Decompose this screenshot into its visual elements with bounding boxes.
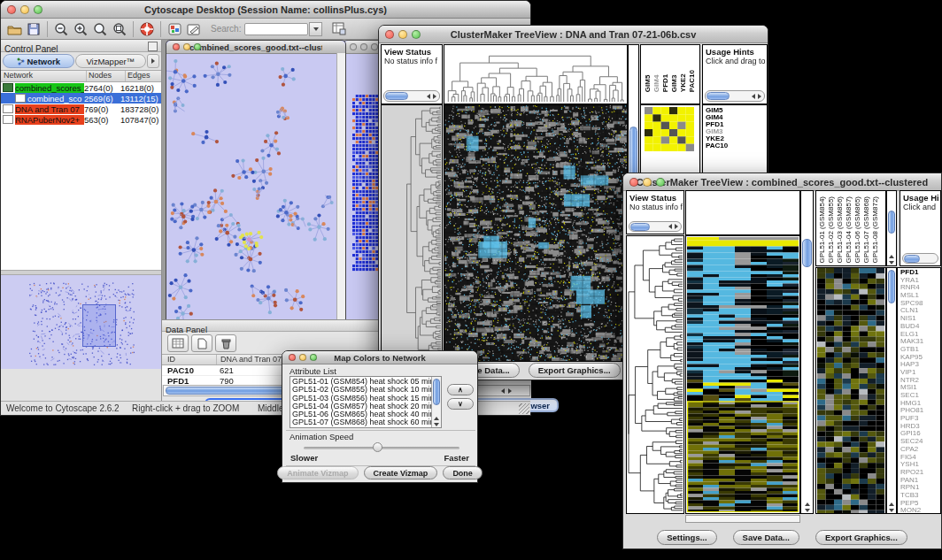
minimize-icon[interactable] [360, 43, 367, 50]
resize-grip[interactable] [519, 403, 529, 414]
annotation-icon[interactable] [184, 20, 204, 38]
treeview2-title: ClusterMaker TreeView : combined_scores_… [637, 177, 928, 188]
create-vizmap-button[interactable]: Create Vizmap [364, 466, 438, 479]
tv2-settings-button[interactable]: Settings... [657, 530, 716, 545]
network-canvas[interactable] [166, 54, 338, 326]
heatmap-column-label: GPL51-08 (GSM872) [872, 196, 879, 264]
zoom-in-icon[interactable] [71, 20, 90, 38]
tv2-row-dendrogram[interactable] [626, 235, 684, 514]
tv1-status-scrollbar[interactable] [383, 90, 440, 102]
minimize-icon[interactable] [398, 30, 407, 39]
faster-label: Faster [444, 453, 469, 463]
close-icon[interactable] [7, 5, 16, 14]
tv1-main-heatmap[interactable] [444, 104, 628, 362]
network-view-title: combined_scores_good.txt--cluste... [189, 42, 322, 52]
treeview1-titlebar[interactable]: ClusterMaker TreeView : DNA and Tran 07-… [379, 26, 768, 43]
attribute-browser-icon[interactable] [329, 20, 349, 38]
zoom-selected-icon[interactable] [110, 20, 129, 38]
node-count: 2764(0) [84, 83, 120, 93]
main-titlebar[interactable]: Cytoscape Desktop (Session Name: collins… [1, 1, 530, 19]
tv1-zoom-heatmap[interactable] [645, 107, 694, 151]
close-icon[interactable] [385, 30, 394, 39]
gene-label: SEC1 [900, 392, 940, 400]
close-icon[interactable] [350, 43, 357, 50]
move-up-button[interactable]: ∧ [447, 384, 474, 395]
minimize-icon[interactable] [183, 43, 190, 50]
heatmap-column-label: YKE2 [680, 70, 687, 92]
gene-label: ELG1 [900, 331, 940, 339]
zoom-window-icon[interactable] [310, 354, 317, 361]
scroll-left-icon[interactable] [501, 388, 505, 394]
tv2-column-dendrogram[interactable] [685, 190, 800, 235]
node-count: 769(0) [84, 104, 120, 114]
minimize-icon[interactable] [643, 178, 652, 187]
speed-slider[interactable] [304, 447, 459, 449]
new-attribute-icon[interactable] [191, 334, 212, 352]
zoom-window-icon[interactable] [194, 43, 201, 50]
scroll-right-icon[interactable] [508, 388, 512, 394]
tv2-usage-scrollbar[interactable] [902, 253, 938, 264]
save-session-icon[interactable] [24, 20, 43, 38]
network-list-row[interactable]: combined_scores_2764(0)16218(0) [1, 82, 161, 93]
close-icon[interactable] [289, 354, 296, 361]
tab-network[interactable]: Network [3, 54, 74, 68]
tv2-gene-scrollbar[interactable] [886, 267, 897, 514]
float-panel-icon[interactable] [148, 42, 158, 51]
attribute-list-item[interactable]: GPL51-07 (GSM868) heat shock 60 min [292, 418, 439, 426]
tv2-column-labels: GPL51-01 (GSM854)GPL51-02 (GSM855)GPL51-… [815, 190, 886, 266]
zoom-window-icon[interactable] [656, 178, 665, 187]
tv2-zoom-heatmap[interactable] [817, 268, 884, 513]
heatmap-column-label: PFD1 [662, 70, 669, 92]
tv1-column-dendrogram[interactable] [444, 44, 628, 104]
tv2-hscrollbar[interactable] [685, 515, 800, 523]
network-list-row[interactable]: RNAPuberNov2+563(0)107847(0) [1, 114, 161, 125]
animate-vizmap-button[interactable]: Animate Vizmap [277, 466, 358, 479]
tv2-main-heatmap[interactable] [685, 235, 800, 514]
tv2-status-scrollbar[interactable] [629, 221, 682, 232]
attribute-select-icon[interactable] [167, 334, 189, 352]
gene-label: KAP95 [900, 354, 940, 362]
tv2-collabel-scrollbar[interactable] [886, 190, 897, 266]
search-dropdown-button[interactable] [309, 22, 322, 36]
tv2-save-data-button[interactable]: Save Data... [733, 530, 799, 545]
move-down-button[interactable]: ∨ [447, 398, 474, 410]
delete-attribute-icon[interactable] [215, 334, 236, 352]
done-button[interactable]: Done [443, 466, 483, 479]
close-icon[interactable] [173, 43, 180, 50]
network-view-titlebar[interactable]: combined_scores_good.txt--cluste... [166, 41, 345, 54]
attribute-listbox[interactable]: GPL51-01 (GSM854) heat shock 05 minGPL51… [290, 376, 442, 428]
minimize-icon[interactable] [20, 5, 29, 14]
slider-thumb[interactable] [373, 442, 382, 452]
zoom-window-icon[interactable] [34, 5, 42, 14]
attribute-list-scrollbar[interactable] [431, 377, 441, 427]
network-list-row[interactable]: combined_sco2569(6)13112(15) [1, 93, 161, 104]
network-view-window[interactable]: combined_scores_good.txt--cluste... [166, 40, 346, 326]
tv1-row-dendrogram[interactable] [381, 104, 443, 362]
close-icon[interactable] [629, 178, 638, 187]
open-session-icon[interactable] [4, 20, 24, 38]
tab-vizmapper[interactable]: VizMapper™ [75, 54, 147, 68]
search-input[interactable] [244, 23, 308, 35]
tv1-column-labels: GIM5GIM4PFD1GIM3YKE2PAC10 [640, 44, 700, 104]
tab-overflow-button[interactable] [147, 54, 159, 68]
help-icon[interactable] [137, 20, 157, 38]
minimize-icon[interactable] [299, 354, 306, 361]
folder-icon [3, 83, 13, 92]
dense-cluster-canvas[interactable] [352, 95, 379, 272]
tv1-usage-hints: Usage Hints Click and drag to [702, 44, 768, 104]
treeview2-titlebar[interactable]: ClusterMaker TreeView : combined_scores_… [623, 173, 941, 191]
tv1-usage-scrollbar[interactable] [705, 90, 765, 102]
dialog-titlebar[interactable]: Map Colors to Network [282, 351, 477, 364]
overview-viewport[interactable] [82, 304, 116, 347]
network-overview-panel[interactable] [1, 275, 161, 369]
tv2-vscrollbar[interactable] [800, 190, 814, 514]
tv1-export-graphics-button[interactable]: Export Graphics... [529, 363, 621, 378]
zoom-window-icon[interactable] [371, 43, 378, 50]
network-vscrollbar[interactable] [336, 53, 345, 326]
zoom-fit-icon[interactable] [90, 20, 110, 38]
zoom-window-icon[interactable] [412, 30, 421, 39]
network-list-row[interactable]: DNA and Tran 07769(0)183728(0) [1, 104, 161, 114]
vizmapper-icon[interactable] [165, 20, 184, 38]
tv2-export-graphics-button[interactable]: Export Graphics... [815, 530, 907, 545]
zoom-out-icon[interactable] [51, 20, 71, 38]
